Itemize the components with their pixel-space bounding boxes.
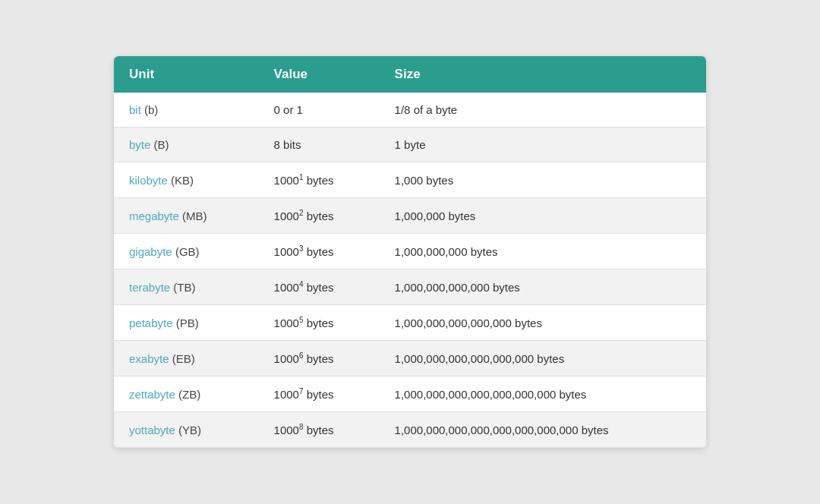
table-row: byte (B)8 bits1 byte — [114, 128, 706, 162]
unit-abbr: (b) — [141, 103, 159, 116]
cell-unit: terabyte (TB) — [114, 269, 259, 305]
cell-size: 1,000,000,000,000,000,000 bytes — [380, 341, 706, 376]
cell-value: 10005 bytes — [259, 305, 380, 341]
cell-value: 10007 bytes — [259, 376, 380, 412]
cell-value: 10003 bytes — [259, 234, 380, 269]
unit-link[interactable]: kilobyte — [129, 174, 168, 187]
cell-unit: kilobyte (KB) — [114, 162, 259, 198]
units-table: Unit Value Size bit (b)0 or 11/8 of a by… — [114, 56, 706, 448]
header-unit: Unit — [114, 56, 259, 93]
unit-abbr: (EB) — [169, 352, 195, 365]
cell-size: 1,000,000,000,000,000,000,000 bytes — [380, 376, 706, 412]
table-row: kilobyte (KB)10001 bytes1,000 bytes — [114, 162, 706, 198]
table-header-row: Unit Value Size — [114, 56, 706, 93]
cell-size: 1,000,000,000,000,000,000,000,000 bytes — [380, 412, 706, 448]
unit-link[interactable]: terabyte — [129, 281, 170, 294]
unit-link[interactable]: exabyte — [129, 352, 169, 365]
cell-unit: byte (B) — [114, 128, 259, 162]
cell-size: 1,000 bytes — [380, 162, 706, 198]
cell-size: 1,000,000,000,000,000 bytes — [380, 305, 706, 341]
cell-value: 10001 bytes — [259, 162, 380, 198]
cell-value: 0 or 1 — [259, 93, 380, 128]
unit-abbr: (YB) — [175, 424, 201, 436]
header-value: Value — [259, 56, 380, 93]
cell-unit: zettabyte (ZB) — [114, 376, 259, 412]
table-row: exabyte (EB)10006 bytes1,000,000,000,000… — [114, 341, 706, 376]
unit-link[interactable]: gigabyte — [129, 245, 172, 258]
unit-abbr: (PB) — [173, 317, 199, 329]
cell-value: 10006 bytes — [259, 341, 380, 376]
data-table-container: Unit Value Size bit (b)0 or 11/8 of a by… — [114, 56, 706, 448]
cell-size: 1/8 of a byte — [380, 93, 706, 128]
unit-abbr: (MB) — [179, 209, 207, 222]
unit-link[interactable]: zettabyte — [129, 388, 175, 401]
cell-unit: bit (b) — [114, 93, 259, 128]
table-row: bit (b)0 or 11/8 of a byte — [114, 93, 706, 128]
unit-abbr: (B) — [150, 138, 169, 151]
cell-value: 10008 bytes — [259, 412, 380, 448]
table-row: yottabyte (YB)10008 bytes1,000,000,000,0… — [114, 412, 706, 448]
cell-unit: gigabyte (GB) — [114, 234, 259, 269]
cell-size: 1,000,000,000,000 bytes — [380, 269, 706, 305]
unit-abbr: (GB) — [172, 245, 200, 258]
cell-value: 10002 bytes — [259, 198, 380, 234]
unit-link[interactable]: petabyte — [129, 317, 173, 329]
table-row: petabyte (PB)10005 bytes1,000,000,000,00… — [114, 305, 706, 341]
unit-link[interactable]: megabyte — [129, 209, 179, 222]
header-size: Size — [380, 56, 706, 93]
cell-size: 1 byte — [380, 128, 706, 162]
cell-value: 8 bits — [259, 128, 380, 162]
cell-unit: yottabyte (YB) — [114, 412, 259, 448]
table-row: terabyte (TB)10004 bytes1,000,000,000,00… — [114, 269, 706, 305]
cell-unit: petabyte (PB) — [114, 305, 259, 341]
unit-abbr: (KB) — [168, 174, 194, 187]
table-row: gigabyte (GB)10003 bytes1,000,000,000 by… — [114, 234, 706, 269]
unit-abbr: (TB) — [170, 281, 195, 294]
cell-size: 1,000,000 bytes — [380, 198, 706, 234]
table-row: megabyte (MB)10002 bytes1,000,000 bytes — [114, 198, 706, 234]
unit-link[interactable]: byte — [129, 138, 150, 151]
cell-size: 1,000,000,000 bytes — [380, 234, 706, 269]
table-row: zettabyte (ZB)10007 bytes1,000,000,000,0… — [114, 376, 706, 412]
unit-link[interactable]: bit — [129, 103, 141, 116]
unit-link[interactable]: yottabyte — [129, 424, 175, 436]
unit-abbr: (ZB) — [175, 388, 200, 401]
cell-value: 10004 bytes — [259, 269, 380, 305]
cell-unit: exabyte (EB) — [114, 341, 259, 376]
cell-unit: megabyte (MB) — [114, 198, 259, 234]
